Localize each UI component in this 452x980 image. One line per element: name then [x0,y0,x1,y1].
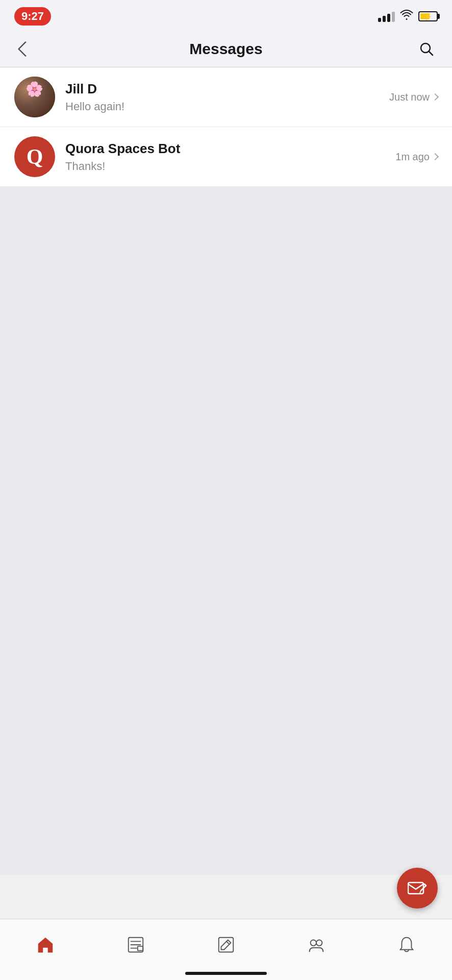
back-chevron-icon [17,41,33,57]
message-item[interactable]: Jill D Hello again! Just now [0,67,452,127]
quora-logo: Q [27,146,43,167]
chevron-right-icon [432,93,439,101]
status-time: 9:27 [14,7,51,26]
svg-point-14 [316,940,322,945]
compose-icon [408,880,427,896]
message-preview: Hello again! [65,100,379,113]
search-button[interactable] [415,38,438,60]
svg-line-5 [420,891,421,893]
message-content: Quora Spaces Bot Thanks! [65,141,385,173]
message-time: 1m ago [395,151,430,163]
empty-content-area [0,187,452,875]
status-bar: 9:27 ⚡ [0,0,452,31]
contact-name: Jill D [65,81,379,97]
contact-name: Quora Spaces Bot [65,141,385,157]
nav-bar: Messages [0,31,452,67]
compose-message-button[interactable] [397,868,438,909]
battery-icon: ⚡ [418,11,438,21]
home-icon [36,935,55,954]
svg-rect-10 [138,946,143,950]
message-list: Jill D Hello again! Just now Q Quora Spa… [0,67,452,187]
avatar: Q [14,136,55,177]
tab-spaces[interactable] [296,929,337,960]
wifi-icon [400,9,413,23]
feed-icon [126,935,145,954]
chevron-right-icon [432,153,439,160]
home-indicator [185,972,267,975]
message-meta: Just now [389,91,438,103]
message-meta: 1m ago [395,151,438,163]
tab-feed[interactable] [115,929,156,960]
status-icons: ⚡ [378,9,438,23]
write-icon [216,935,236,954]
svg-line-1 [429,51,433,55]
signal-bars-icon [378,11,395,22]
message-content: Jill D Hello again! [65,81,379,113]
message-preview: Thanks! [65,160,385,173]
notifications-icon [397,935,416,954]
back-button[interactable] [14,38,37,60]
message-item[interactable]: Q Quora Spaces Bot Thanks! 1m ago [0,127,452,187]
spaces-icon [307,935,326,954]
avatar [14,77,55,117]
tab-write[interactable] [206,929,246,960]
search-icon [419,41,434,57]
page-title: Messages [189,40,262,58]
svg-line-4 [424,884,426,886]
svg-rect-2 [408,883,423,894]
tab-home[interactable] [25,929,66,960]
svg-line-12 [227,941,230,944]
svg-point-13 [311,940,316,945]
tab-notifications[interactable] [386,929,427,960]
message-time: Just now [389,91,430,103]
tab-bar [0,919,452,980]
